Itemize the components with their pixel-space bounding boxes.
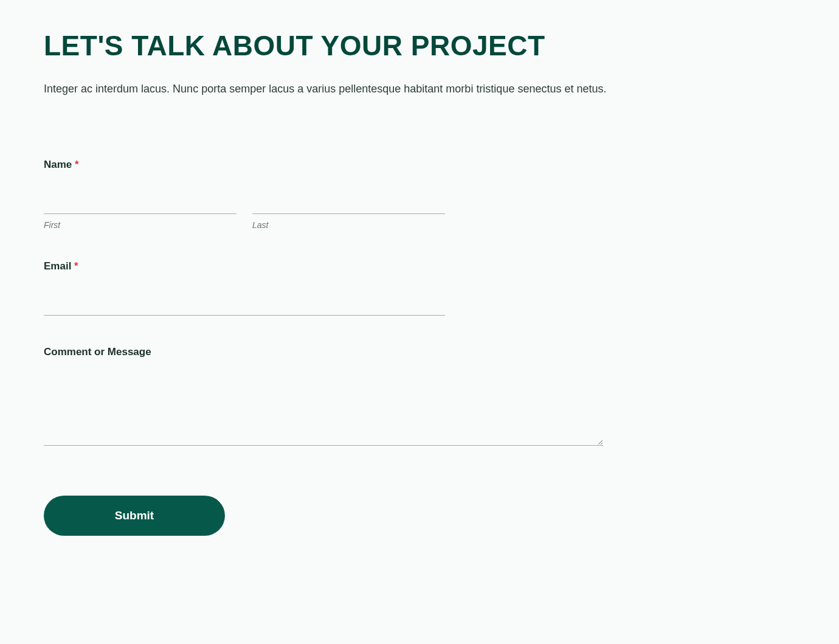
page-title: LET'S TALK ABOUT YOUR PROJECT [44,29,625,62]
name-required-star: * [75,159,79,170]
email-required-star: * [74,260,78,272]
first-sub-label: First [44,220,237,230]
name-label: Name * [44,159,79,171]
comment-textarea[interactable] [44,374,603,446]
first-name-input[interactable] [44,187,237,214]
email-label: Email * [44,260,78,272]
email-label-text: Email [44,260,71,272]
comment-label: Comment or Message [44,346,151,358]
last-sub-label: Last [252,220,445,230]
last-name-input[interactable] [252,187,445,214]
intro-text: Integer ac interdum lacus. Nunc porta se… [44,80,625,98]
email-input[interactable] [44,288,445,316]
submit-button[interactable]: Submit [44,496,225,536]
name-label-text: Name [44,159,72,170]
